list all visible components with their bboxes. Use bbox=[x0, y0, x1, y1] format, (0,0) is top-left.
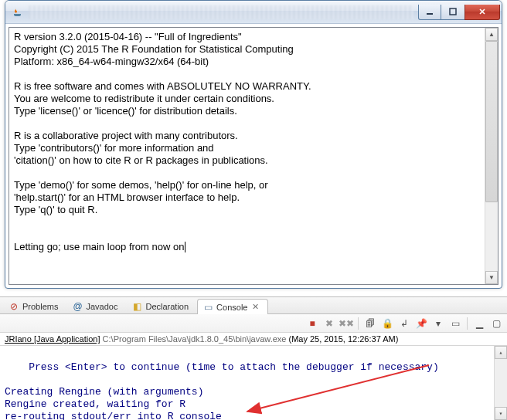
launch-path: C:\Program Files\Java\jdk1.8.0_45\bin\ja… bbox=[103, 334, 287, 344]
tab-label: Problems bbox=[22, 302, 58, 311]
tab-label: Declaration bbox=[145, 302, 189, 311]
svg-rect-0 bbox=[427, 13, 433, 15]
remove-launch-button[interactable]: ✖ bbox=[322, 316, 337, 331]
problems-icon: ⊘ bbox=[9, 301, 19, 312]
tab-label: Console bbox=[216, 303, 247, 312]
svg-rect-1 bbox=[450, 8, 456, 15]
open-console-button[interactable]: ▭ bbox=[447, 316, 463, 331]
scroll-track[interactable] bbox=[485, 41, 498, 271]
console-vertical-scrollbar[interactable]: ▴ ▾ bbox=[494, 346, 507, 420]
title-blur bbox=[29, 5, 413, 19]
console-text: Press <Enter> to continue (time to attac… bbox=[5, 361, 439, 420]
toolbar-separator bbox=[467, 317, 468, 330]
r-console-text: R version 3.2.0 (2015-04-16) -- "Full of… bbox=[14, 31, 311, 252]
clear-console-button[interactable]: 🗐 bbox=[362, 316, 378, 331]
scroll-lock-button[interactable]: 🔒 bbox=[379, 316, 395, 331]
terminate-button[interactable]: ■ bbox=[305, 316, 320, 331]
remove-all-terminated-button[interactable]: ✖✖ bbox=[339, 316, 354, 331]
view-tabbar: ⊘ Problems @ Javadoc ◧ Declaration ▭ Con… bbox=[0, 297, 507, 314]
display-selected-console-button[interactable]: ▾ bbox=[430, 316, 446, 331]
pin-console-button[interactable]: 📌 bbox=[413, 316, 429, 331]
titlebar[interactable] bbox=[5, 1, 502, 24]
maximize-button[interactable] bbox=[441, 5, 464, 20]
tab-javadoc[interactable]: @ Javadoc bbox=[66, 298, 126, 313]
maximize-view-button[interactable]: ▢ bbox=[488, 316, 504, 331]
console-icon: ▭ bbox=[202, 302, 213, 313]
minimize-button[interactable] bbox=[418, 5, 441, 20]
declaration-icon: ◧ bbox=[131, 301, 142, 312]
scroll-down-button[interactable]: ▾ bbox=[495, 407, 507, 420]
launch-timestamp: (May 25, 2015, 12:26:37 AM) bbox=[289, 334, 399, 344]
console-output[interactable]: Press <Enter> to continue (time to attac… bbox=[0, 346, 507, 420]
vertical-scrollbar[interactable]: ▲ ▼ bbox=[485, 28, 498, 284]
eclipse-bottom-pane: ⊘ Problems @ Javadoc ◧ Declaration ▭ Con… bbox=[0, 296, 507, 420]
java-icon bbox=[12, 6, 24, 19]
tab-label: Javadoc bbox=[86, 302, 117, 311]
scroll-track[interactable] bbox=[495, 359, 507, 407]
close-icon[interactable]: ✕ bbox=[250, 303, 260, 312]
minimize-view-button[interactable]: ▁ bbox=[471, 316, 487, 331]
javadoc-icon: @ bbox=[72, 301, 83, 312]
word-wrap-button[interactable]: ↲ bbox=[396, 316, 412, 331]
r-console-window: R version 3.2.0 (2015-04-16) -- "Full of… bbox=[5, 0, 502, 289]
toolbar-separator bbox=[358, 317, 359, 330]
launch-name: JRIano [Java Application] bbox=[5, 334, 100, 344]
console-toolbar: ■✖✖✖🗐🔒↲📌▾▭▁▢ bbox=[0, 314, 507, 333]
r-console-frame: R version 3.2.0 (2015-04-16) -- "Full of… bbox=[9, 27, 498, 285]
tab-console[interactable]: ▭ Console ✕ bbox=[197, 299, 268, 314]
tab-problems[interactable]: ⊘ Problems bbox=[3, 298, 66, 313]
scroll-down-button[interactable]: ▼ bbox=[485, 271, 498, 284]
tab-declaration[interactable]: ◧ Declaration bbox=[126, 298, 197, 313]
scroll-up-button[interactable]: ▴ bbox=[495, 346, 507, 359]
close-button[interactable] bbox=[464, 5, 500, 20]
scroll-up-button[interactable]: ▲ bbox=[485, 28, 498, 41]
text-caret bbox=[185, 242, 185, 252]
launch-description: JRIano [Java Application] C:\Program Fil… bbox=[0, 333, 507, 346]
r-console-output[interactable]: R version 3.2.0 (2015-04-16) -- "Full of… bbox=[9, 28, 485, 284]
scroll-thumb[interactable] bbox=[485, 41, 498, 202]
